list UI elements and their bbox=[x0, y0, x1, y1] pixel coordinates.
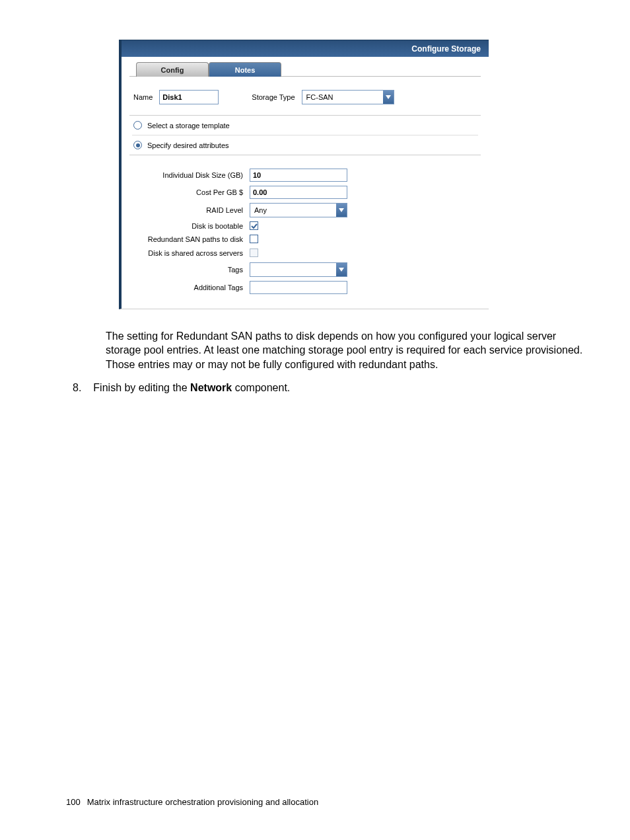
raid-label: RAID Level bbox=[133, 206, 250, 214]
additional-tags-input[interactable] bbox=[250, 281, 347, 294]
svg-marker-0 bbox=[386, 95, 391, 99]
bootable-label: Disk is bootable bbox=[133, 222, 250, 230]
radio-icon bbox=[133, 121, 142, 130]
tab-label: Notes bbox=[235, 66, 256, 74]
bootable-checkbox[interactable] bbox=[250, 221, 258, 230]
dialog-title: Configure Storage bbox=[411, 44, 481, 54]
tab-config[interactable]: Config bbox=[136, 62, 209, 77]
chevron-down-icon bbox=[336, 263, 347, 276]
disk-size-label: Individual Disk Size (GB) bbox=[133, 171, 250, 179]
configure-storage-dialog: Configure Storage Config Notes Name Stor… bbox=[119, 40, 489, 309]
check-icon bbox=[251, 223, 258, 229]
list-text: Finish by editing the Network component. bbox=[93, 381, 290, 395]
radio-icon bbox=[133, 141, 142, 149]
page-footer: 100 Matrix infrastructure orchestration … bbox=[66, 797, 318, 807]
svg-marker-1 bbox=[339, 208, 344, 212]
radio-specify-attributes[interactable]: Specify desired attributes bbox=[132, 135, 478, 155]
shared-checkbox bbox=[250, 248, 258, 257]
chapter-title: Matrix infrastructure orchestration prov… bbox=[87, 797, 318, 807]
tab-notes[interactable]: Notes bbox=[209, 62, 281, 77]
storage-type-value: FC-SAN bbox=[306, 93, 333, 101]
list-number: 8. bbox=[73, 381, 81, 395]
name-input[interactable] bbox=[159, 90, 219, 104]
radio-select-template[interactable]: Select a storage template bbox=[132, 116, 478, 135]
radio-label: Select a storage template bbox=[147, 122, 230, 130]
svg-marker-2 bbox=[339, 268, 344, 272]
storage-type-label: Storage Type bbox=[252, 93, 295, 101]
tab-label: Config bbox=[161, 66, 184, 74]
body-paragraph: The setting for Redundant SAN paths to d… bbox=[106, 329, 592, 372]
chevron-down-icon bbox=[336, 204, 347, 217]
shared-label: Disk is shared across servers bbox=[133, 249, 250, 257]
disk-size-input[interactable] bbox=[250, 169, 347, 182]
tags-label: Tags bbox=[133, 266, 250, 274]
name-label: Name bbox=[133, 93, 153, 101]
storage-type-select[interactable]: FC-SAN bbox=[302, 90, 394, 104]
chevron-down-icon bbox=[383, 91, 394, 104]
additional-tags-label: Additional Tags bbox=[133, 284, 250, 291]
redundant-checkbox[interactable] bbox=[250, 235, 258, 243]
radio-label: Specify desired attributes bbox=[147, 141, 229, 149]
cost-input[interactable] bbox=[250, 186, 347, 199]
raid-select[interactable]: Any bbox=[250, 203, 347, 217]
redundant-label: Redundant SAN paths to disk bbox=[133, 235, 250, 243]
numbered-list-item: 8. Finish by editing the Network compone… bbox=[73, 381, 592, 395]
raid-value: Any bbox=[254, 206, 267, 214]
page-number: 100 bbox=[66, 797, 81, 807]
cost-label: Cost Per GB $ bbox=[133, 188, 250, 196]
tags-select[interactable] bbox=[250, 262, 347, 277]
dialog-title-bar: Configure Storage bbox=[122, 40, 489, 57]
